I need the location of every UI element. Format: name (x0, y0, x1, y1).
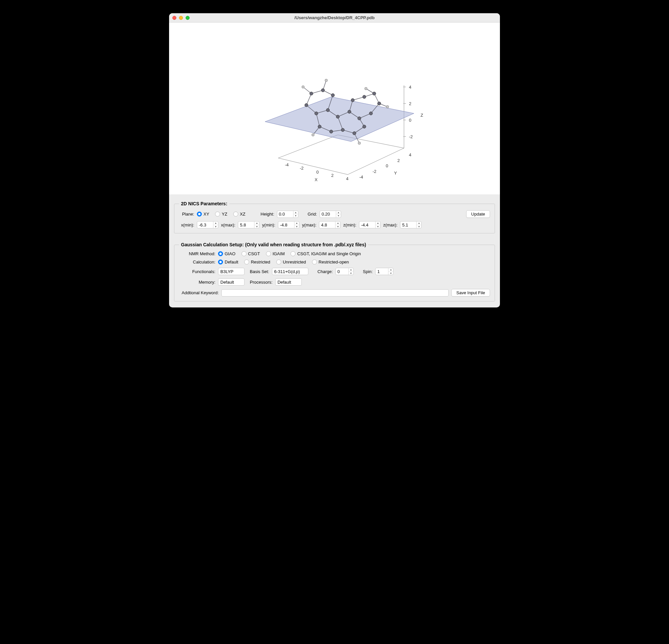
z-axis-label: Z (421, 113, 423, 118)
svg-point-37 (348, 110, 351, 113)
chevron-down-icon: ▼ (294, 214, 298, 218)
nics-group: 2D NICS Parameters: Plane: XY YZ XZ Heig… (174, 201, 495, 233)
basis-label: Basis Set: (250, 269, 269, 274)
svg-point-56 (358, 142, 361, 145)
plot-3d[interactable]: -4 -2 0 2 4 X -4 -2 0 2 4 Y -2 0 2 4 Z (169, 23, 500, 194)
processors-field[interactable] (275, 278, 302, 286)
y-tick: 2 (397, 158, 400, 163)
svg-point-36 (336, 115, 340, 118)
svg-point-51 (362, 95, 366, 99)
basis-field[interactable] (272, 268, 308, 275)
functionals-field[interactable] (218, 268, 244, 275)
zmax-stepper[interactable]: ▲▼ (400, 221, 422, 229)
spin-label: Spin: (363, 269, 373, 274)
x-tick: 4 (346, 176, 348, 181)
x-axis-label: X (315, 177, 318, 181)
svg-point-40 (310, 92, 313, 95)
svg-point-45 (362, 125, 366, 128)
svg-point-34 (315, 112, 318, 115)
charge-stepper[interactable]: ▲▼ (336, 268, 354, 275)
z-tick: 4 (409, 85, 411, 90)
ymin-label: y(min): (262, 222, 275, 228)
nmr-csgt-radio[interactable]: CSGT (242, 251, 260, 256)
y-tick: -4 (359, 175, 363, 179)
svg-line-11 (307, 93, 311, 105)
svg-point-42 (331, 93, 334, 97)
z-tick: 2 (409, 101, 411, 106)
gaussian-group: Gaussian Calculation Setup: (Only valid … (174, 242, 495, 302)
xmax-stepper[interactable]: ▲▼ (238, 221, 259, 229)
plane-xy-radio[interactable]: XY (197, 211, 209, 217)
plane-label: Plane: (179, 211, 194, 217)
y-axis-label: Y (394, 171, 397, 176)
calc-unrestricted-radio[interactable]: Unrestricted (276, 260, 306, 264)
calc-restricted-radio[interactable]: Restricted (244, 260, 270, 264)
svg-point-33 (305, 103, 308, 107)
window-title: /Users/wangzhe/Desktop/DR_4CPP.pdb (169, 15, 500, 20)
svg-point-55 (386, 105, 389, 108)
xmin-stepper[interactable]: ▲▼ (197, 221, 218, 229)
xmin-label: x(min): (179, 222, 194, 228)
grid-stepper[interactable]: ▲▼ (319, 210, 341, 218)
ymin-stepper[interactable]: ▲▼ (278, 221, 299, 229)
processors-label: Processors: (250, 280, 273, 284)
nmr-all-radio[interactable]: CSGT, IGAGIM and Single Origin (290, 251, 361, 256)
nmr-igaim-radio[interactable]: IGAIM (266, 251, 285, 256)
functionals-label: Functionals: (179, 269, 215, 274)
z-tick: -2 (409, 134, 413, 139)
svg-point-52 (302, 86, 304, 88)
plane-yz-radio[interactable]: YZ (215, 211, 227, 217)
keyword-label: Addtional Keyword: (179, 290, 219, 295)
main-window: /Users/wangzhe/Desktop/DR_4CPP.pdb (169, 13, 500, 307)
memory-field[interactable] (218, 278, 244, 286)
height-label: Height: (261, 211, 274, 217)
svg-point-54 (365, 87, 367, 90)
zmax-label: z(max): (383, 222, 397, 228)
chevron-up-icon: ▲ (336, 211, 341, 215)
update-button[interactable]: Update (466, 210, 490, 218)
svg-point-53 (325, 79, 328, 82)
x-tick: 0 (316, 170, 318, 175)
grid-label: Grid: (308, 211, 317, 217)
svg-point-57 (312, 134, 314, 136)
x-tick: 2 (331, 173, 333, 178)
ymax-label: y(max): (302, 222, 316, 228)
calc-label: Calculation: (179, 260, 215, 264)
plane-xz-radio[interactable]: XZ (233, 211, 245, 217)
svg-point-49 (329, 130, 333, 133)
svg-point-48 (318, 125, 321, 128)
zmin-label: z(min): (343, 222, 356, 228)
z-tick: 0 (409, 118, 411, 123)
svg-point-35 (326, 108, 329, 112)
svg-point-46 (378, 102, 381, 105)
svg-point-43 (341, 128, 344, 132)
svg-point-39 (369, 112, 372, 115)
height-stepper[interactable]: ▲▼ (277, 210, 298, 218)
zmin-stepper[interactable]: ▲▼ (359, 221, 381, 229)
keyword-field[interactable] (221, 289, 449, 296)
spin-stepper[interactable]: ▲▼ (375, 268, 394, 275)
gaussian-legend: Gaussian Calculation Setup: (Only valid … (179, 242, 368, 247)
y-tick: -2 (372, 169, 376, 174)
chevron-up-icon: ▲ (294, 211, 298, 215)
memory-label: Memory: (179, 280, 215, 284)
svg-point-50 (351, 99, 354, 102)
y-tick: 4 (409, 152, 411, 157)
ymax-stepper[interactable]: ▲▼ (319, 221, 340, 229)
nmr-label: NMR Method: (179, 251, 215, 256)
nmr-giao-radio[interactable]: GIAO (218, 251, 236, 256)
calc-ro-radio[interactable]: Restricted-open (312, 260, 349, 264)
x-tick: -2 (300, 166, 304, 171)
save-input-button[interactable]: Save Input File (451, 289, 490, 296)
titlebar: /Users/wangzhe/Desktop/DR_4CPP.pdb (169, 13, 500, 23)
xmax-label: x(max): (221, 222, 235, 228)
svg-point-47 (372, 92, 376, 95)
nics-legend: 2D NICS Parameters: (179, 201, 229, 206)
charge-label: Charge: (318, 269, 333, 274)
svg-point-41 (321, 89, 325, 92)
svg-point-38 (358, 117, 361, 120)
x-tick: -4 (285, 162, 289, 167)
calc-default-radio[interactable]: Default (218, 260, 238, 264)
chevron-down-icon: ▼ (336, 214, 341, 218)
svg-point-44 (353, 132, 356, 135)
